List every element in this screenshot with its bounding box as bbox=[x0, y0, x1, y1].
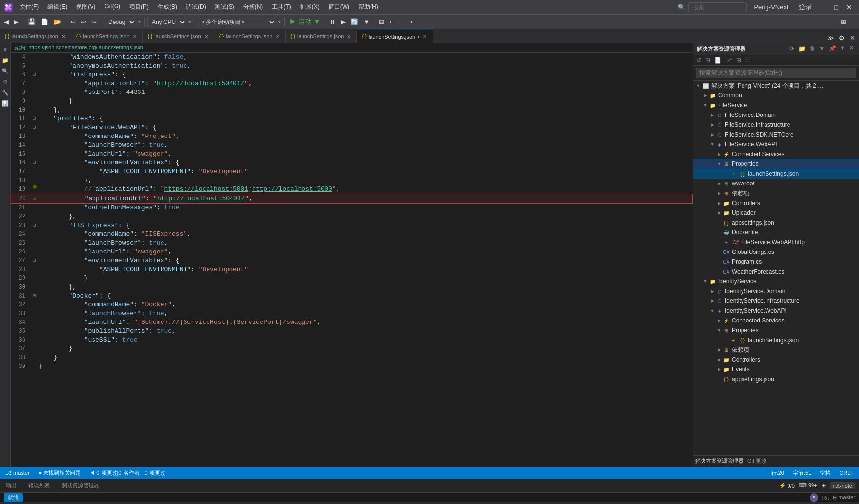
build-config-dropdown[interactable]: Debug bbox=[104, 17, 136, 27]
se-tab-solution[interactable]: 解决方案资源管理器 bbox=[695, 458, 743, 465]
nav-btn1[interactable]: ⟵ bbox=[387, 17, 400, 26]
tree-id-webapi[interactable]: ▼ ◈ IdentityService.WebAPI bbox=[693, 306, 859, 316]
collapse-27[interactable]: ⊟ bbox=[33, 256, 36, 265]
line-content-11[interactable]: "profiles": { bbox=[38, 115, 693, 123]
save-btn[interactable]: 💾 bbox=[26, 17, 38, 26]
tree-wwwroot[interactable]: ▶ ⊞ wwwroot bbox=[693, 179, 859, 188]
more-btn[interactable]: ▼ bbox=[361, 17, 371, 26]
line-content-10[interactable]: }, bbox=[38, 106, 693, 115]
step-btn[interactable]: ▶ bbox=[339, 17, 348, 26]
line-content-7[interactable]: "applicationUrl": "http://localhost:5040… bbox=[38, 79, 693, 88]
line-content-32[interactable]: "commandName": "Docker", bbox=[38, 300, 693, 309]
new-file-btn[interactable]: 📄 bbox=[39, 17, 50, 26]
start-btn[interactable]: ▶ 启动 ▼ bbox=[287, 17, 323, 27]
se-close-btn[interactable]: ▼ bbox=[838, 45, 847, 53]
restart-btn[interactable]: 🔄 bbox=[348, 17, 360, 26]
line-content-8[interactable]: "sslPort": 44331 bbox=[38, 88, 693, 97]
line-content-16[interactable]: "environmentVariables": { bbox=[38, 159, 693, 167]
line-content-34[interactable]: "launchUrl": "{Scheme}://{ServiceHost}:{… bbox=[38, 318, 693, 327]
line-content-19[interactable]: //"applicationUrl": "https://localhost:5… bbox=[38, 185, 693, 194]
tab-2-close[interactable]: ✕ bbox=[203, 34, 209, 39]
tree-uploader[interactable]: ▶ 📁 Uploader bbox=[693, 208, 859, 218]
se-git-btn[interactable]: ⎇ bbox=[724, 56, 734, 64]
url-link-20[interactable]: http://localhost:50401/ bbox=[157, 195, 245, 202]
line-content-18[interactable]: }, bbox=[38, 176, 693, 185]
tree-properties[interactable]: ▼ ⊞ Properties bbox=[693, 159, 859, 169]
se-refresh-btn[interactable]: ↺ bbox=[695, 56, 703, 64]
line-content-21[interactable]: "dotnetRunMessages": true bbox=[38, 204, 693, 212]
tab-0[interactable]: { } launchSettings.json ✕ bbox=[0, 30, 71, 43]
menu-test[interactable]: 测试(S) bbox=[211, 2, 238, 12]
line-content-22[interactable]: }, bbox=[38, 212, 693, 221]
line-content-35[interactable]: "publishAllPorts": true, bbox=[38, 327, 693, 336]
tree-fileservice-domain[interactable]: ▶ ⬡ FileService.Domain bbox=[693, 110, 859, 120]
schema-url-link[interactable]: https://json.schemastore.org/launchsetti… bbox=[28, 45, 143, 50]
line-content-9[interactable]: } bbox=[38, 97, 693, 106]
startup-project-dropdown[interactable]: <多个启动项目> bbox=[198, 17, 276, 27]
line-content-17[interactable]: "ASPNETCORE_ENVIRONMENT": "Development" bbox=[38, 167, 693, 176]
line-content-6[interactable]: "iisExpress": { bbox=[38, 70, 693, 79]
bottom-tab-test[interactable]: 测试资源管理器 bbox=[60, 481, 101, 490]
activity-icon-1[interactable]: ≡ bbox=[1, 45, 10, 54]
se-search-input[interactable] bbox=[696, 68, 856, 78]
issues-item[interactable]: ● 未找到相关问题 bbox=[37, 469, 83, 477]
collapse-11[interactable]: ⊟ bbox=[33, 115, 36, 123]
title-search-input[interactable] bbox=[688, 2, 747, 12]
menu-edit[interactable]: 编辑(E) bbox=[44, 2, 71, 12]
line-content-27[interactable]: "environmentVariables": { bbox=[38, 256, 693, 265]
line-content-15[interactable]: "launchUrl": "swagger", bbox=[38, 150, 693, 159]
se-tab-git[interactable]: Git 更改 bbox=[747, 458, 766, 465]
line-content-26[interactable]: "launchUrl": "swagger", bbox=[38, 248, 693, 256]
tree-id-events[interactable]: ▶ 📁 Events bbox=[693, 365, 859, 374]
tree-depend[interactable]: ▶ ⊞ 依赖项 bbox=[693, 188, 859, 198]
bottom-tab-errors[interactable]: 错误列表 bbox=[26, 481, 52, 490]
collapse-31[interactable]: ⊟ bbox=[33, 292, 36, 300]
tab-4[interactable]: { } launchSettings.json ✕ bbox=[286, 30, 357, 43]
line-content-28[interactable]: "ASPNETCORE_ENVIRONMENT": "Development" bbox=[38, 265, 693, 274]
line-content-14[interactable]: "launchBrowser": true, bbox=[38, 141, 693, 150]
collapse-23[interactable]: ⊟ bbox=[33, 221, 36, 230]
tree-common[interactable]: ▶ 📁 Common bbox=[693, 91, 859, 100]
tree-solution-root[interactable]: ▼ ⬜ 解决方案 'Peng-VNext' (24 个项目，共 2 … bbox=[693, 81, 859, 91]
undo-btn[interactable]: ↩ bbox=[69, 17, 78, 26]
tree-identityservice[interactable]: ▼ 📁 IdentityService bbox=[693, 276, 859, 286]
line-content-4[interactable]: "windowsAuthentication": false, bbox=[38, 53, 693, 62]
se-collapse-btn[interactable]: ⊟ bbox=[704, 56, 712, 64]
se-pin-btn[interactable]: 📌 bbox=[827, 45, 837, 53]
col-item[interactable]: 字节:51 bbox=[791, 469, 813, 477]
tree-id-domain[interactable]: ▶ ⬡ IdentityService.Domain bbox=[693, 286, 859, 296]
line-content-5[interactable]: "anonymousAuthentication": true, bbox=[38, 62, 693, 70]
menu-help[interactable]: 帮助(H) bbox=[354, 2, 382, 12]
nav-btn2[interactable]: ⟶ bbox=[401, 17, 415, 26]
pending-item[interactable]: ◀ 0 项更改|0 名作者，0 项更改 bbox=[88, 469, 166, 477]
login-btn[interactable]: 登录 bbox=[795, 2, 815, 13]
line-content-23[interactable]: "IIS Express": { bbox=[38, 221, 693, 230]
tab-3-close[interactable]: ✕ bbox=[275, 34, 280, 39]
collapse-16[interactable]: ⊟ bbox=[33, 159, 36, 167]
menu-window[interactable]: 窗口(W) bbox=[325, 2, 353, 12]
open-file-btn[interactable]: 📂 bbox=[51, 17, 63, 26]
menu-debug[interactable]: 调试(D) bbox=[182, 2, 210, 12]
tree-appsettings[interactable]: · { } appsettings.json bbox=[693, 218, 859, 228]
undo2-btn[interactable]: ↩ bbox=[79, 17, 88, 26]
line-content-36[interactable]: "useSSL": true bbox=[38, 336, 693, 344]
editor-content[interactable]: 4 "windowsAuthentication": false, 5 "ano… bbox=[11, 53, 693, 467]
menu-git[interactable]: Git(G) bbox=[100, 2, 124, 12]
se-filter-btn[interactable]: ▼ bbox=[817, 45, 826, 53]
bookmark-btn[interactable]: ⊟ bbox=[377, 17, 386, 26]
tree-id-properties[interactable]: ▼ ⊞ Properties bbox=[693, 325, 859, 335]
tree-fileservice-infra[interactable]: ▶ ⬡ FileService.Infrastructure bbox=[693, 120, 859, 130]
notifications-item[interactable]: ⚡ 0/0 bbox=[779, 482, 795, 489]
tab-overflow-btn[interactable]: ≫ bbox=[825, 33, 836, 43]
menu-file[interactable]: 文件(F) bbox=[16, 2, 43, 12]
encoding-item[interactable]: CRLF bbox=[838, 470, 855, 476]
line-content-20[interactable]: "applicationUrl": "http://localhost:5040… bbox=[39, 194, 692, 203]
editor-count-item[interactable]: ⌨ 99+ bbox=[799, 482, 817, 489]
menu-tools[interactable]: 工具(T) bbox=[268, 2, 295, 12]
tree-id-depend[interactable]: ▶ ⊞ 依赖项 bbox=[693, 345, 859, 355]
solution-explorer-btn[interactable]: ⊞ bbox=[839, 17, 848, 26]
tree-weatherforecast[interactable]: · C# WeatherForecast.cs bbox=[693, 267, 859, 276]
activity-icon-6[interactable]: 📊 bbox=[1, 99, 10, 108]
tree-launchsettings[interactable]: · + { } launchSettings.json bbox=[693, 169, 859, 179]
line-content-24[interactable]: "commandName": "IISExpress", bbox=[38, 230, 693, 239]
